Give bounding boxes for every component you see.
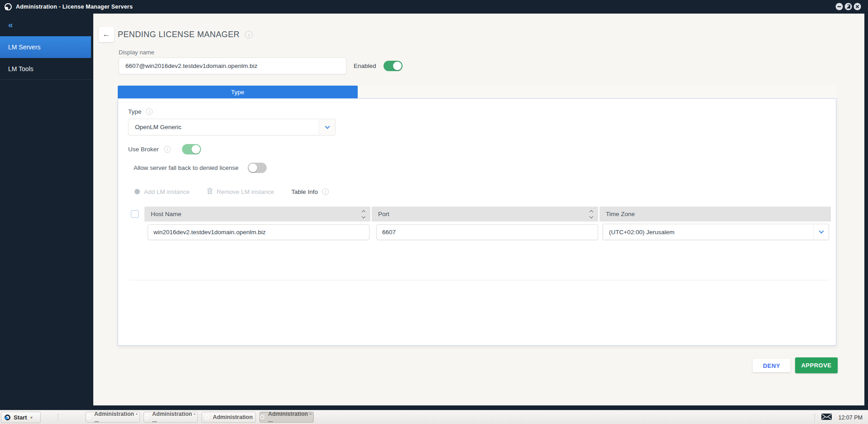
table-divider [129, 280, 829, 280]
add-lm-instance-button[interactable]: Add LM instance [134, 188, 190, 195]
taskbar-divider [58, 414, 58, 422]
type-dropdown-caret-cell [319, 119, 335, 135]
taskbar-item-1[interactable]: Administration - ... [86, 412, 140, 423]
type-dropdown[interactable]: OpenLM Generic [128, 119, 336, 135]
taskbar-item-3[interactable]: Administration [201, 412, 256, 423]
fallback-toggle[interactable] [248, 163, 267, 173]
sidebar-item-label: LM Tools [8, 65, 34, 72]
use-broker-row: Use Broker i [128, 144, 201, 154]
tab-type[interactable]: Type [118, 86, 358, 98]
back-button[interactable]: ← [99, 27, 114, 42]
app-ghost-icon [205, 415, 209, 419]
taskbar-item-label: Administration - ... [268, 411, 313, 424]
type-label: Type [128, 108, 141, 115]
sidebar: « LM Servers LM Tools [0, 14, 93, 405]
column-header-host-name[interactable]: Host Name [144, 207, 370, 222]
use-broker-toggle[interactable] [182, 144, 201, 154]
taskbar: Start ▾ Administration - ... Administrat… [0, 410, 868, 424]
close-icon[interactable] [854, 3, 861, 10]
time-zone-caret-cell [813, 224, 829, 240]
page-heading: PENDING LICENSE MANAGER i [118, 30, 253, 39]
fallback-row: Allow server fall back to denied license [134, 163, 267, 173]
approve-button[interactable]: APPROVE [795, 357, 838, 373]
system-tray: 12:07 PM [815, 410, 863, 424]
start-button[interactable]: Start ▾ [1, 412, 41, 423]
fallback-label: Allow server fall back to denied license [134, 164, 239, 171]
enabled-toggle[interactable] [384, 61, 403, 71]
maximize-icon[interactable] [844, 3, 852, 10]
type-label-row: Type i [128, 108, 153, 115]
app-ghost-icon [144, 415, 149, 419]
column-label: Time Zone [606, 211, 825, 217]
start-caret-icon: ▾ [30, 415, 33, 420]
app-logo-icon [5, 3, 12, 10]
add-lm-instance-label: Add LM instance [144, 188, 190, 195]
mail-icon[interactable] [821, 414, 832, 422]
tab-bar: Type [118, 86, 836, 98]
enabled-label: Enabled [354, 63, 376, 69]
chevron-down-icon [819, 228, 824, 233]
remove-lm-instance-button[interactable]: Remove LM instance [207, 188, 274, 196]
app-ghost-icon [260, 415, 264, 419]
host-name-input[interactable] [148, 224, 369, 240]
column-header-time-zone[interactable]: Time Zone [599, 207, 831, 222]
window-right-edge [864, 14, 868, 405]
display-name-input[interactable] [119, 58, 346, 74]
title-bar: Administration - License Manager Servers [0, 0, 868, 14]
time-zone-value: (UTC+02:00) Jerusalem [603, 224, 813, 240]
table-info-label: Table Info [291, 188, 318, 195]
display-name-label: Display name [119, 49, 154, 56]
use-broker-info-icon[interactable]: i [164, 146, 171, 153]
sidebar-item-lm-servers[interactable]: LM Servers [0, 36, 91, 58]
taskbar-item-label: Administration - ... [94, 411, 139, 424]
table-info-icon: i [322, 188, 329, 195]
column-label: Port [378, 211, 590, 217]
tab-label: Type [231, 89, 244, 96]
column-header-port[interactable]: Port [372, 207, 598, 222]
type-panel: Type i OpenLM Generic Use Broker i Allow… [118, 98, 836, 346]
main-content: ← PENDING LICENSE MANAGER i Display name… [93, 14, 864, 405]
trash-icon [207, 188, 213, 196]
select-all-checkbox[interactable] [131, 210, 139, 218]
time-zone-dropdown[interactable]: (UTC+02:00) Jerusalem [603, 224, 829, 240]
table-info-button[interactable]: Table Info i [291, 188, 329, 195]
chevron-down-icon [325, 124, 330, 129]
type-info-icon[interactable]: i [146, 108, 153, 115]
taskbar-item-2[interactable]: Administration - ... [144, 412, 198, 423]
sort-icon[interactable] [362, 211, 365, 218]
taskbar-item-label: Administration [213, 414, 253, 420]
table-header: Host Name Port Time Zone [144, 207, 831, 222]
window-bottom-edge [0, 405, 868, 410]
taskbar-clock: 12:07 PM [838, 414, 863, 421]
sidebar-item-label: LM Servers [8, 43, 41, 51]
type-dropdown-value: OpenLM Generic [129, 119, 319, 135]
screen: Administration - License Manager Servers… [0, 0, 868, 424]
sidebar-nav: LM Servers LM Tools [0, 36, 93, 80]
enabled-row: Enabled [354, 58, 403, 74]
window-controls [835, 3, 861, 10]
sort-icon[interactable] [590, 211, 593, 218]
deny-button[interactable]: DENY [753, 359, 791, 372]
window-title: Administration - License Manager Servers [16, 4, 133, 10]
page-title: PENDING LICENSE MANAGER [118, 30, 240, 39]
column-label: Host Name [151, 211, 362, 217]
sidebar-item-lm-tools[interactable]: LM Tools [0, 58, 93, 80]
tray-divider [815, 414, 815, 422]
add-icon [134, 189, 140, 194]
back-arrow-icon: ← [103, 30, 110, 39]
taskbar-item-label: Administration - ... [152, 411, 197, 424]
app-ghost-icon [86, 415, 91, 419]
collapse-sidebar-icon[interactable]: « [8, 20, 13, 30]
start-label: Start [14, 414, 27, 421]
start-logo-icon [5, 414, 10, 420]
remove-lm-instance-label: Remove LM instance [217, 188, 274, 195]
page-title-info-icon[interactable]: i [245, 31, 253, 39]
table-toolbar: Add LM instance Remove LM instance Table… [134, 188, 329, 196]
port-input[interactable] [376, 224, 598, 240]
minimize-icon[interactable] [835, 3, 843, 10]
use-broker-label: Use Broker [128, 146, 159, 153]
taskbar-item-4-active[interactable]: Administration - ... [259, 412, 314, 423]
